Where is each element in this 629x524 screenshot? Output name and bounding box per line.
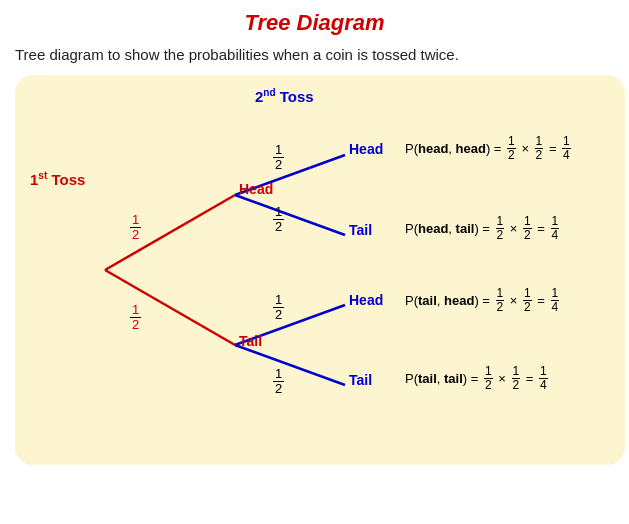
frac-th: 1 2: [273, 293, 284, 323]
node-hh: Head: [349, 141, 383, 157]
svg-line-5: [235, 345, 345, 385]
subtitle: Tree diagram to show the probabilities w…: [15, 44, 459, 65]
prob-ht: P(head, tail) = 12 × 12 = 14: [405, 215, 559, 242]
frac-root-tail: 1 2: [130, 303, 141, 333]
diagram-area: 2nd Toss 1st Toss 1 2: [15, 75, 625, 465]
node-tt: Tail: [349, 372, 372, 388]
node-tail-1st: Tail: [239, 333, 262, 349]
frac-ht: 1 2: [273, 205, 284, 235]
page: Tree Diagram Tree diagram to show the pr…: [0, 0, 629, 524]
prob-hh: P(head, head) = 12 × 12 = 14: [405, 135, 571, 162]
tree-svg: [15, 75, 625, 465]
node-ht: Tail: [349, 222, 372, 238]
node-th: Head: [349, 292, 383, 308]
svg-line-1: [105, 270, 235, 345]
frac-root-head: 1 2: [130, 213, 141, 243]
prob-th: P(tail, head) = 12 × 12 = 14: [405, 287, 559, 314]
frac-hh: 1 2: [273, 143, 284, 173]
svg-line-0: [105, 195, 235, 270]
node-head-1st: Head: [239, 181, 273, 197]
svg-line-3: [235, 195, 345, 235]
page-title: Tree Diagram: [15, 10, 614, 36]
frac-tt: 1 2: [273, 367, 284, 397]
prob-tt: P(tail, tail) = 12 × 12 = 14: [405, 365, 548, 392]
